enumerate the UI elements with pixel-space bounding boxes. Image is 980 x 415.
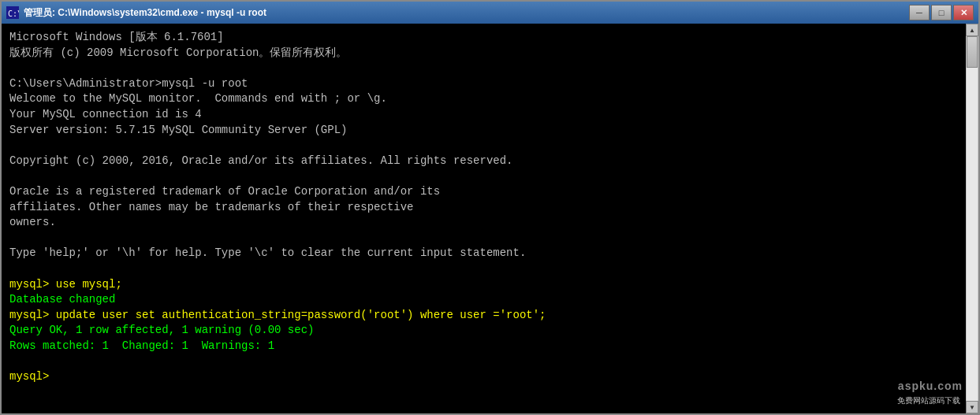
cmd-window: C:\ 管理员: C:\Windows\system32\cmd.exe - m… bbox=[0, 0, 980, 415]
scrollbar-thumb[interactable] bbox=[967, 36, 978, 68]
close-button[interactable]: ✕ bbox=[953, 5, 974, 20]
window-title: 管理员: C:\Windows\system32\cmd.exe - mysql… bbox=[24, 6, 909, 20]
watermark: aspku.com 免费网站源码下载 bbox=[895, 374, 963, 407]
watermark-brand-text: aspku bbox=[898, 380, 933, 392]
watermark-tagline: 免费网站源码下载 bbox=[895, 395, 963, 407]
restore-button[interactable]: □ bbox=[931, 5, 952, 20]
window-controls: ─ □ ✕ bbox=[909, 5, 974, 20]
scrollbar: ▲ ▼ bbox=[966, 24, 978, 413]
scrollbar-track bbox=[967, 36, 978, 401]
minimize-button[interactable]: ─ bbox=[909, 5, 930, 20]
title-bar: C:\ 管理员: C:\Windows\system32\cmd.exe - m… bbox=[2, 2, 978, 24]
console-output[interactable]: Microsoft Windows [版本 6.1.7601] 版权所有 (c)… bbox=[2, 24, 966, 413]
scroll-down-button[interactable]: ▼ bbox=[966, 401, 978, 413]
console-area: Microsoft Windows [版本 6.1.7601] 版权所有 (c)… bbox=[2, 24, 978, 413]
svg-text:C:\: C:\ bbox=[8, 9, 19, 18]
scroll-up-button[interactable]: ▲ bbox=[966, 24, 978, 36]
cmd-icon: C:\ bbox=[6, 6, 19, 19]
watermark-com: .com bbox=[933, 380, 963, 392]
watermark-brand: aspku.com bbox=[898, 374, 963, 395]
